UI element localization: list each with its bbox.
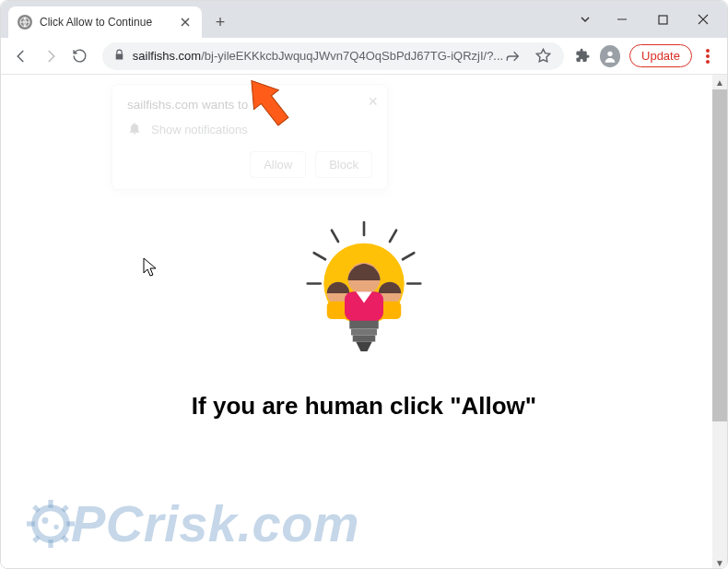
lightbulb-icon [299, 215, 429, 372]
svg-line-7 [332, 231, 338, 242]
svg-point-3 [706, 49, 710, 53]
titlebar: Click Allow to Continue + [1, 1, 727, 38]
watermark-text: PCrisk.com [71, 493, 359, 553]
block-button[interactable]: Block [315, 151, 372, 178]
lightbulb-illustration [299, 215, 429, 375]
scroll-up-icon[interactable]: ▲ [712, 75, 727, 89]
maximize-button[interactable] [642, 6, 683, 33]
svg-rect-24 [48, 539, 53, 548]
globe-icon [18, 15, 32, 30]
new-tab-button[interactable]: + [207, 9, 233, 35]
window-controls [569, 1, 727, 38]
bookmark-star-icon[interactable] [533, 46, 553, 66]
svg-line-10 [403, 253, 414, 259]
minimize-button[interactable] [602, 6, 642, 33]
watermark: PCrisk.com [27, 493, 359, 553]
svg-point-4 [706, 54, 710, 58]
tab-title: Click Allow to Continue [40, 16, 178, 29]
vertical-scrollbar[interactable]: ▲ ▼ [712, 75, 727, 569]
close-button[interactable] [683, 6, 723, 33]
svg-rect-16 [353, 336, 376, 342]
url-text: sailfishs.com/bj-yileEKKkcbJwquqJWvn7Q4O… [133, 49, 503, 63]
svg-rect-23 [48, 500, 53, 508]
lock-icon [113, 48, 125, 65]
share-icon[interactable] [503, 46, 523, 66]
page-content: × sailfishs.com wants to Show notificati… [1, 75, 727, 569]
bell-icon [127, 121, 142, 138]
extensions-icon[interactable] [573, 46, 592, 66]
svg-rect-25 [27, 521, 35, 526]
svg-point-32 [53, 524, 58, 528]
svg-rect-15 [351, 329, 377, 336]
tab-dropdown-icon[interactable] [569, 6, 602, 33]
notification-permission: Show notifications [151, 123, 248, 136]
toolbar: sailfishs.com/bj-yileEKKkcbJwquqJWvn7Q4O… [1, 38, 727, 75]
svg-line-9 [314, 253, 325, 259]
svg-point-5 [706, 60, 710, 64]
svg-point-2 [607, 51, 612, 55]
update-button[interactable]: Update [629, 44, 692, 67]
tab-close-icon[interactable] [178, 15, 193, 30]
browser-tab[interactable]: Click Allow to Continue [8, 6, 202, 38]
address-bar[interactable]: sailfishs.com/bj-yileEKKkcbJwquqJWvn7Q4O… [102, 42, 564, 70]
scroll-thumb[interactable] [712, 89, 727, 421]
svg-rect-1 [659, 16, 667, 24]
menu-icon[interactable] [696, 49, 720, 64]
svg-point-31 [41, 517, 48, 524]
allow-button[interactable]: Allow [250, 151, 306, 178]
notification-origin: sailfishs.com wants to [127, 98, 372, 112]
profile-avatar[interactable] [600, 45, 620, 67]
close-icon[interactable]: × [368, 92, 378, 112]
svg-line-8 [390, 231, 396, 242]
svg-rect-26 [66, 521, 75, 526]
scroll-down-icon[interactable]: ▼ [712, 555, 727, 569]
forward-button[interactable] [38, 42, 64, 70]
page-headline: If you are human click "Allow" [192, 392, 536, 421]
reload-button[interactable] [67, 42, 93, 70]
gear-icon [27, 500, 75, 548]
back-button[interactable] [8, 42, 34, 70]
notification-prompt: × sailfishs.com wants to Show notificati… [112, 84, 388, 190]
